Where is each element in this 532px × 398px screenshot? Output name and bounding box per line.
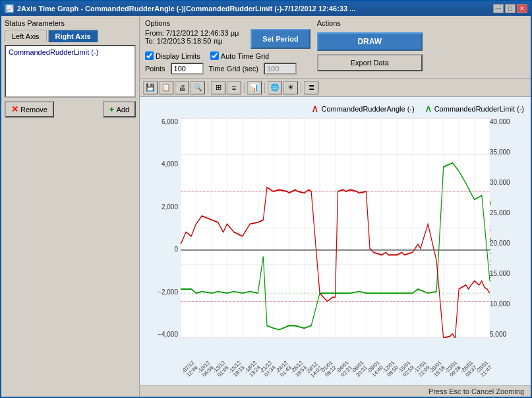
toolbar-separator-1 [208,83,208,93]
title-bar: 📈 2Axis Time Graph - CommandedRudderAngl… [1,1,531,16]
legend-item-red: ∧ CommandedRudderAngle (-) [311,102,414,115]
actions-label: Actions [317,19,423,27]
toolbar-globe[interactable]: 🌐 [268,81,282,94]
actions-box: Actions DRAW Export Data [317,19,423,71]
y-right-25000: 25,000 [490,209,510,216]
top-bar: Options From: 7/12/2012 12:46:33 μμ To: … [140,16,531,79]
window-title: 2Axis Time Graph - CommandedRudderAngle … [17,5,355,13]
toolbar-separator-3 [264,83,265,93]
checkboxes-row: Display Limits Auto Time Grid [145,51,310,60]
y-right-15000: 15,000 [490,270,510,277]
close-button[interactable]: ✕ [517,4,527,13]
legend-icon-red: ∧ [311,102,319,115]
status-params-label: Status Parameters [5,19,136,27]
set-period-button[interactable]: Set Period [251,29,310,49]
y-axis-right: 40,000 35,000 30,000 25,000 20,000 15,00… [490,118,519,338]
y-left-6000: 6,000 [162,118,178,125]
toolbar-sun[interactable]: ☀ [283,81,298,94]
remove-button[interactable]: ✕ Remove [5,101,54,117]
chart-area: ∧ CommandedRudderAngle (-) ∧ CommandedRu… [140,97,531,385]
y-axis-left: 6,000 4,000 2,000 0 −2,000 −4,000 [152,118,178,338]
toolbar-menu[interactable]: ≣ [304,81,318,94]
tab-left-axis[interactable]: Left Axis [5,30,47,42]
toolbar-copy[interactable]: 📋 [159,81,173,94]
from-row: From: 7/12/2012 12:46:33 μμ [145,29,239,37]
tabs-row: Left Axis Right Axis [5,30,136,42]
tab-right-axis[interactable]: Right Axis [48,30,98,42]
right-section: Options From: 7/12/2012 12:46:33 μμ To: … [140,16,531,397]
param-list: CommandedRudderLimit (-) [5,45,136,98]
left-panel: Status Parameters Left Axis Right Axis C… [1,16,140,397]
x-axis-labels: -07/1212:46 -10/1206:56 -13/1201:05 -15/… [181,365,490,382]
draw-button[interactable]: DRAW [317,32,423,51]
main-content: Status Parameters Left Axis Right Axis C… [1,16,531,397]
status-bar: Press Esc to Cancel Zooming [140,385,531,397]
auto-time-grid-checkbox[interactable] [210,51,219,60]
toolbar-list[interactable]: ≡ [227,81,241,94]
title-controls: — □ ✕ [493,4,527,13]
options-label: Options [145,19,310,27]
y-left-0: 0 [174,246,178,253]
export-button[interactable]: Export Data [317,54,423,71]
points-row: Points Time Grid (sec) [145,63,310,75]
auto-time-grid-check[interactable]: Auto Time Grid [210,51,269,60]
x-label-20: -28/0121:47 [475,360,494,379]
plus-icon: + [109,104,115,114]
to-row: To: 1/2/2013 5:18:50 πμ [145,37,239,45]
toolbar-save[interactable]: 💾 [143,81,158,94]
options-box: Options From: 7/12/2012 12:46:33 μμ To: … [145,19,310,75]
add-button[interactable]: + Add [103,101,136,117]
y-left-neg4000: −4,000 [158,331,178,338]
y-left-2000: 2,000 [162,203,178,211]
maximize-button[interactable]: □ [505,4,516,13]
legend-label-green: CommandedRudderLimit (-) [434,105,524,113]
date-range: From: 7/12/2012 12:46:33 μμ To: 1/2/2013… [145,29,239,45]
minimize-button[interactable]: — [493,4,504,13]
toolbar-zoom[interactable]: 🔍 [191,81,205,94]
toolbar-chart[interactable]: 📊 [247,81,262,94]
list-item[interactable]: CommandedRudderLimit (-) [7,48,133,57]
x-icon: ✕ [11,104,18,114]
btn-row: ✕ Remove + Add [5,101,136,117]
chart-legend: ∧ CommandedRudderAngle (-) ∧ CommandedRu… [311,102,524,115]
y-right-35000: 35,000 [490,149,510,156]
legend-item-green: ∧ CommandedRudderLimit (-) [425,102,524,115]
toolbar-grid[interactable]: ⊞ [211,81,225,94]
y-right-40000: 40,000 [490,118,510,125]
y-right-5000: 5,000 [490,331,506,338]
window-icon: 📈 [5,4,14,13]
options-inner: From: 7/12/2012 12:46:33 μμ To: 1/2/2013… [145,29,310,49]
display-limits-checkbox[interactable] [145,51,154,60]
toolbar-print[interactable]: 🖨 [175,81,189,94]
status-text: Press Esc to Cancel Zooming [429,387,524,395]
toolbar-separator-4 [301,83,301,93]
legend-icon-green: ∧ [425,102,432,115]
main-window: 📈 2Axis Time Graph - CommandedRudderAngl… [0,0,532,398]
y-left-neg2000: −2,000 [158,288,178,296]
y-left-4000: 4,000 [162,160,178,168]
y-right-10000: 10,000 [490,300,510,308]
y-right-30000: 30,000 [490,179,510,186]
legend-label-red: CommandedRudderAngle (-) [321,105,414,113]
display-limits-check[interactable]: Display Limits [145,51,200,60]
toolbar: 💾 📋 🖨 🔍 ⊞ ≡ 📊 🌐 ☀ ≣ [140,79,531,97]
time-grid-input[interactable] [264,63,297,75]
points-input[interactable] [171,63,204,75]
chart-svg [181,118,490,338]
y-right-20000: 20,000 [490,240,510,247]
toolbar-separator-2 [244,83,245,93]
